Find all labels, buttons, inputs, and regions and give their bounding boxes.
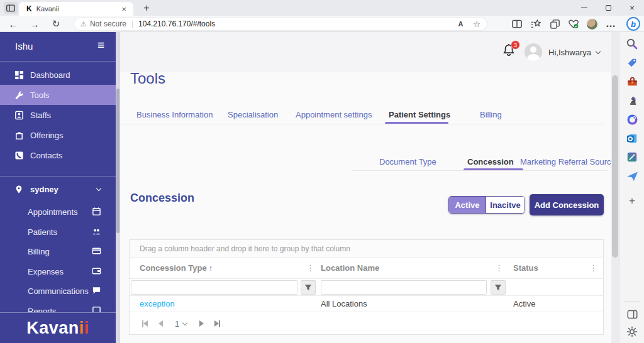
panel-icon[interactable] [625, 307, 640, 322]
group-drop-area[interactable]: Drag a column header and drop it here to… [130, 240, 603, 258]
filter-button[interactable] [301, 280, 316, 295]
location-selector[interactable]: sydney [0, 179, 116, 199]
next-page-icon[interactable] [196, 318, 206, 329]
table-header-row: Concession Type↑ ⋮ Location Name ⋮ Statu… [130, 258, 603, 279]
sidebar-scrollbar[interactable] [116, 32, 120, 343]
subtab-document-type[interactable]: Document Type [379, 157, 436, 166]
back-icon[interactable]: ← [5, 16, 21, 31]
copilot-icon[interactable]: b [626, 17, 640, 31]
app-sidebar: Ishu ≡ Dashboard Tools Staffs Offerings [0, 32, 116, 343]
sidebar-item-billing[interactable]: Billing [0, 241, 116, 261]
toolbox-icon[interactable] [625, 74, 640, 89]
page-scrollbar[interactable] [611, 32, 619, 343]
more-options-icon[interactable]: … [605, 18, 616, 30]
column-location-name[interactable]: Location Name [321, 263, 379, 273]
settings-gear-icon[interactable] [625, 324, 640, 339]
subtab-concession[interactable]: Concession [467, 157, 514, 166]
sidebar-item-offerings[interactable]: Offerings [0, 125, 116, 145]
forward-icon[interactable]: → [26, 16, 43, 31]
wallet-icon [92, 266, 102, 276]
add-sidebar-icon[interactable]: + [625, 193, 640, 209]
minimize-button[interactable] [572, 0, 596, 16]
user-greeting[interactable]: Hi,Ishwarya [548, 48, 600, 57]
user-area: 3 Hi,Ishwarya [502, 38, 600, 66]
profile-avatar[interactable] [587, 19, 597, 30]
table-row[interactable]: exception All Locations Active [130, 296, 603, 312]
wrench-icon [14, 90, 24, 100]
subtab-marketing-referral-source[interactable]: Marketing Referral Source [520, 157, 616, 166]
tab-business-information[interactable]: Business Information [136, 110, 213, 119]
column-concession-type[interactable]: Concession Type↑ [140, 263, 213, 273]
filter-input-concession-type[interactable] [131, 280, 297, 295]
filter-button[interactable] [491, 280, 506, 295]
sidebar-item-appointments[interactable]: Appointments [0, 202, 116, 222]
sidebar-scrollbar-thumb[interactable] [116, 89, 119, 233]
tab-appointment-settings[interactable]: Appointment settings [296, 110, 372, 119]
sidebar-item-tools[interactable]: Tools [0, 85, 116, 105]
last-page-icon[interactable] [212, 318, 222, 329]
tab-close-icon[interactable]: × [119, 4, 128, 14]
sidebar-item-communications[interactable]: Communications [0, 281, 116, 301]
tab-patient-settings[interactable]: Patient Settings [389, 110, 450, 119]
sidebar-item-contacts[interactable]: Contacts [0, 145, 116, 165]
outlook-icon[interactable] [625, 131, 640, 146]
logo-i1: i [79, 318, 84, 337]
shopping-icon[interactable] [625, 55, 640, 70]
browser-tab-strip: K Kavanii × + × [0, 0, 644, 16]
page-select[interactable]: 1 [175, 319, 187, 329]
sidebar-item-patients[interactable]: Patients [0, 222, 116, 242]
toggle-active-button[interactable]: Active [449, 197, 486, 213]
column-menu-icon[interactable]: ⋮ [589, 263, 597, 273]
window-controls: × [572, 0, 644, 16]
sidebar-item-label: Offerings [30, 131, 64, 140]
status-toggle: Active Inacitve [448, 196, 525, 214]
sidebar-item-expenses[interactable]: Expenses [0, 261, 116, 281]
edge-sidebar-divider [624, 302, 640, 302]
drop-icon[interactable] [625, 168, 640, 183]
designer-icon[interactable] [625, 150, 640, 165]
collections-icon[interactable] [549, 18, 560, 30]
notifications-button[interactable]: 3 [502, 43, 518, 62]
sidebar-item-staffs[interactable]: Staffs [0, 105, 116, 125]
chat-icon [92, 286, 102, 296]
split-screen-icon[interactable] [511, 18, 523, 30]
sub-item-label: Billing [28, 247, 92, 256]
microsoft365-icon[interactable] [625, 112, 640, 127]
previous-page-icon[interactable] [155, 318, 165, 329]
browser-tab[interactable]: K Kavanii × [19, 2, 133, 16]
column-menu-icon[interactable]: ⋮ [495, 263, 503, 273]
new-tab-button[interactable]: + [140, 1, 153, 15]
column-status[interactable]: Status [513, 263, 538, 273]
tabs-divider [120, 124, 605, 124]
browser-essentials-icon[interactable] [568, 18, 579, 30]
hamburger-menu-icon[interactable]: ≡ [97, 38, 104, 52]
sidebar-item-dashboard[interactable]: Dashboard [0, 65, 116, 85]
toggle-inactive-button[interactable]: Inacitve [486, 197, 525, 213]
url-text[interactable]: 104.210.76.170/#/tools [138, 19, 458, 28]
games-icon[interactable] [625, 93, 640, 108]
close-button[interactable]: × [620, 0, 644, 16]
tab-specialisation[interactable]: Specialisation [228, 110, 278, 119]
sidebar-user-name: Ishu [15, 41, 33, 52]
workspaces-icon[interactable] [4, 2, 18, 14]
favorites-bar-icon[interactable] [530, 18, 541, 30]
browser-window: K Kavanii × + × ← → ↻ ⚠ Not secure | 104… [0, 0, 644, 343]
user-avatar[interactable] [525, 43, 542, 61]
cell-concession-type[interactable]: exception [140, 299, 175, 308]
security-label[interactable]: Not secure [90, 19, 126, 28]
read-aloud-icon[interactable]: A [458, 20, 463, 28]
location-pin-icon [14, 184, 24, 194]
first-page-icon[interactable] [140, 318, 150, 329]
maximize-button[interactable] [596, 0, 620, 16]
column-menu-icon[interactable]: ⋮ [306, 263, 314, 273]
filter-input-location-name[interactable] [321, 280, 487, 295]
refresh-icon[interactable]: ↻ [48, 16, 64, 31]
tab-billing[interactable]: Billing [480, 110, 502, 119]
logo-i2: i [84, 318, 89, 337]
favorite-star-icon[interactable]: ☆ [473, 19, 480, 29]
chevron-down-icon [96, 185, 101, 190]
address-bar[interactable]: ⚠ Not secure | 104.210.76.170/#/tools A … [74, 18, 487, 30]
add-concession-button[interactable]: Add Concession [530, 194, 604, 215]
page-scrollbar-thumb[interactable] [612, 75, 618, 258]
search-icon[interactable] [625, 36, 640, 52]
